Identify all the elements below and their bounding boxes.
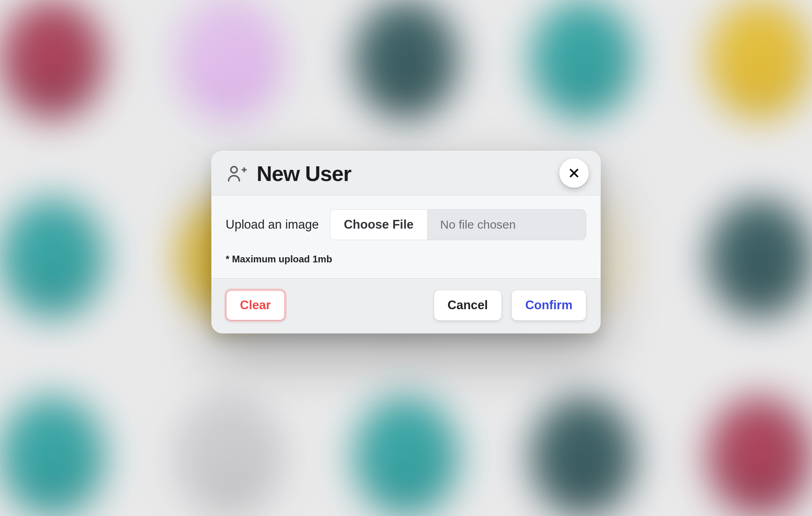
file-name-display: No file chosen <box>427 210 586 240</box>
new-user-dialog: New User Upload an image Choose File No … <box>211 151 601 333</box>
dialog-title: New User <box>257 161 351 186</box>
cancel-button[interactable]: Cancel <box>434 290 502 321</box>
dialog-footer: Clear Cancel Confirm <box>211 278 601 333</box>
upload-row: Upload an image Choose File No file chos… <box>226 209 586 240</box>
close-button[interactable] <box>559 158 589 188</box>
dialog-header: New User <box>211 151 601 196</box>
svg-point-0 <box>231 167 237 173</box>
user-plus-icon <box>226 162 248 185</box>
upload-label: Upload an image <box>226 218 319 232</box>
file-picker[interactable]: Choose File No file chosen <box>330 209 586 240</box>
confirm-button[interactable]: Confirm <box>511 290 586 321</box>
upload-hint: * Maximum upload 1mb <box>226 254 586 265</box>
modal-scrim: New User Upload an image Choose File No … <box>0 0 812 516</box>
choose-file-button[interactable]: Choose File <box>330 210 427 240</box>
dialog-body: Upload an image Choose File No file chos… <box>211 196 601 278</box>
clear-button[interactable]: Clear <box>226 290 285 321</box>
close-icon <box>568 167 580 179</box>
